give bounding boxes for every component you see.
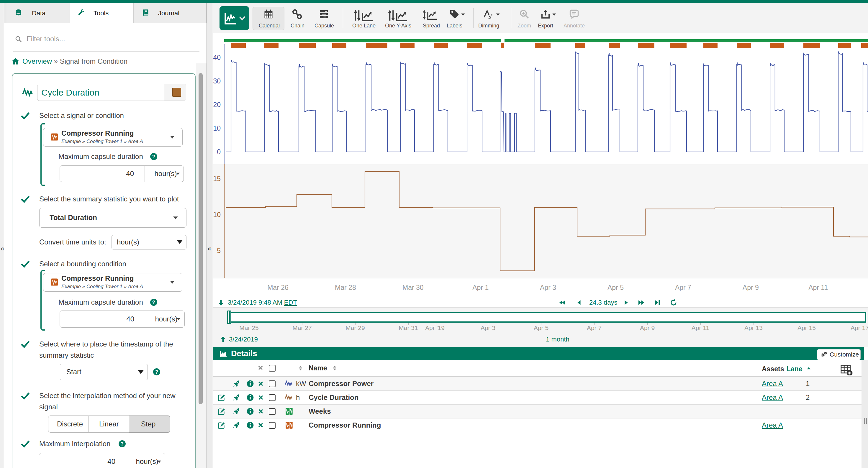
svg-text:?: ?	[152, 154, 155, 160]
svg-text:?: ?	[155, 369, 158, 375]
svg-text:?: ?	[121, 441, 124, 447]
svg-text:?: ?	[152, 300, 155, 305]
